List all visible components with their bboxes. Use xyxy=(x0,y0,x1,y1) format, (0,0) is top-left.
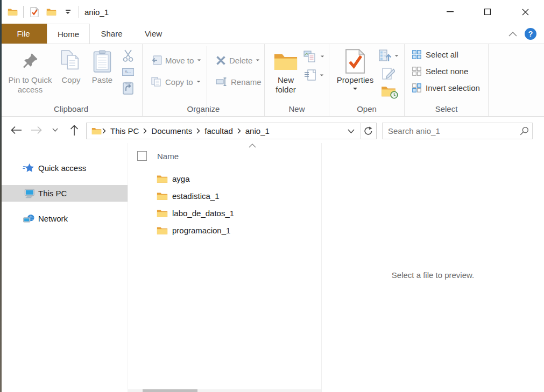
paste-shortcut-icon[interactable] xyxy=(123,82,133,95)
select-all-checkbox[interactable] xyxy=(137,151,147,161)
easy-access-button[interactable] xyxy=(304,69,324,81)
select-none-icon xyxy=(412,67,421,76)
search-input[interactable] xyxy=(383,126,516,136)
address-folder-icon xyxy=(91,127,102,135)
open-dropdown-icon xyxy=(394,55,398,56)
ribbon-group-organize: Move to Copy to xyxy=(143,44,265,116)
search-icon[interactable] xyxy=(516,126,532,136)
copy-to-button[interactable]: Copy to xyxy=(151,74,206,89)
tab-file[interactable]: File xyxy=(0,24,47,44)
maximize-button[interactable] xyxy=(469,0,506,24)
forward-icon[interactable] xyxy=(27,117,46,143)
open-button[interactable] xyxy=(379,49,399,62)
preview-pane: Select a file to preview. xyxy=(322,143,544,392)
folder-row-labo-de-datos-1[interactable]: labo_de_datos_1 xyxy=(128,204,321,222)
new-folder-icon xyxy=(273,48,298,74)
breadcrumb-facultad[interactable]: facultad xyxy=(201,126,237,136)
sidebar-item-network[interactable]: Network xyxy=(0,210,128,227)
folder-row-ayga[interactable]: ayga xyxy=(128,170,321,187)
breadcrumb-chevron-icon xyxy=(143,128,147,134)
folder-row-programacion-1[interactable]: programacion_1 xyxy=(128,222,321,239)
group-label-select[interactable]: Select xyxy=(405,104,488,113)
address-bar[interactable]: This PC Documents facultad anio_1 xyxy=(86,123,377,139)
breadcrumb-chevron-icon xyxy=(102,128,106,134)
new-item-dropdown-icon xyxy=(320,55,323,57)
copy-icon xyxy=(61,48,81,74)
group-label-organize[interactable]: Organize xyxy=(143,104,264,113)
qat-customize-dropdown[interactable] xyxy=(62,5,74,18)
rename-icon xyxy=(216,77,228,87)
minimize-button[interactable] xyxy=(431,0,469,24)
delete-icon xyxy=(216,55,226,66)
tab-home[interactable]: Home xyxy=(47,24,90,44)
select-all-button[interactable]: Select all xyxy=(412,48,488,60)
back-icon[interactable] xyxy=(6,117,26,143)
breadcrumb-this-pc[interactable]: This PC xyxy=(107,126,143,136)
group-label-new[interactable]: New xyxy=(265,104,329,113)
breadcrumb-documents[interactable]: Documents xyxy=(147,126,196,136)
horizontal-scrollbar[interactable] xyxy=(128,389,321,392)
qat-separator xyxy=(79,6,79,18)
breadcrumb-anio-1[interactable]: anio_1 xyxy=(242,126,273,136)
close-button[interactable] xyxy=(506,0,544,24)
select-none-button[interactable]: Select none xyxy=(412,65,488,77)
delete-dropdown-icon[interactable] xyxy=(256,59,259,61)
column-header-name[interactable]: Name xyxy=(157,152,179,161)
sidebar-item-quick-access[interactable]: Quick access xyxy=(0,160,128,176)
sort-ascending-icon[interactable] xyxy=(249,144,256,148)
qat-new-folder-icon[interactable] xyxy=(45,5,57,18)
folder-icon xyxy=(157,174,168,183)
tab-share[interactable]: Share xyxy=(90,24,133,44)
rename-button[interactable]: Rename xyxy=(216,74,262,89)
properties-dropdown-icon[interactable] xyxy=(353,88,357,90)
window-controls xyxy=(431,0,544,24)
sidebar-item-this-pc[interactable]: This PC xyxy=(0,185,128,202)
recent-locations-icon[interactable] xyxy=(47,117,62,143)
address-dropdown-icon[interactable] xyxy=(342,123,360,139)
history-icon[interactable] xyxy=(381,85,396,97)
network-icon xyxy=(23,214,34,224)
properties-icon xyxy=(345,48,365,74)
folder-row-estadistica-1[interactable]: estadistica_1 xyxy=(128,187,321,204)
ribbon-group-new: New folder New xyxy=(265,44,329,116)
refresh-icon[interactable] xyxy=(360,123,376,139)
move-to-dropdown-icon[interactable] xyxy=(197,59,201,61)
up-icon[interactable] xyxy=(65,117,84,143)
scrollbar-thumb[interactable] xyxy=(143,389,197,392)
invert-selection-button[interactable]: Invert selection xyxy=(412,82,488,94)
app-folder-icon xyxy=(6,5,18,18)
navigation-bar: This PC Documents facultad anio_1 xyxy=(0,117,544,143)
copy-to-dropdown-icon[interactable] xyxy=(197,81,200,82)
breadcrumb-chevron-icon xyxy=(196,128,200,134)
qat-properties-icon[interactable] xyxy=(29,5,40,18)
folder-icon xyxy=(157,209,168,218)
file-list-panel: Name ayga estadistica_1 xyxy=(128,143,322,392)
tab-view[interactable]: View xyxy=(133,24,173,44)
move-to-icon xyxy=(151,55,162,65)
main-area: Quick access This PC Network xyxy=(0,143,544,392)
edit-icon[interactable] xyxy=(382,67,395,80)
window-title: anio_1 xyxy=(84,8,109,17)
quick-access-star-icon xyxy=(23,163,34,173)
easy-access-dropdown-icon xyxy=(320,74,323,76)
paste-icon xyxy=(93,48,111,74)
delete-button[interactable]: Delete xyxy=(216,53,262,68)
copy-path-icon[interactable]: \\... xyxy=(122,68,134,76)
group-label-open[interactable]: Open xyxy=(329,104,404,113)
navigation-pane: Quick access This PC Network xyxy=(0,143,128,392)
ribbon-group-select: Select all Select none Invert selection … xyxy=(405,44,489,116)
preview-message: Select a file to preview. xyxy=(392,270,474,392)
help-icon[interactable]: ? xyxy=(525,28,536,40)
collapse-ribbon-icon[interactable] xyxy=(508,32,517,37)
search-box[interactable] xyxy=(382,123,533,139)
ribbon-tab-row: File Home Share View ? xyxy=(0,24,544,44)
new-item-button[interactable] xyxy=(303,51,324,62)
ribbon-group-open: Properties Open xyxy=(329,44,405,116)
folder-icon xyxy=(157,191,168,201)
breadcrumb-chevron-icon xyxy=(237,128,241,134)
ribbon-group-clipboard: Pin to Quick access Copy Paste \\... xyxy=(0,44,143,116)
move-to-button[interactable]: Move to xyxy=(151,53,206,68)
cut-icon[interactable] xyxy=(122,49,135,62)
quick-access-toolbar xyxy=(6,5,79,18)
group-label-clipboard[interactable]: Clipboard xyxy=(0,104,142,113)
